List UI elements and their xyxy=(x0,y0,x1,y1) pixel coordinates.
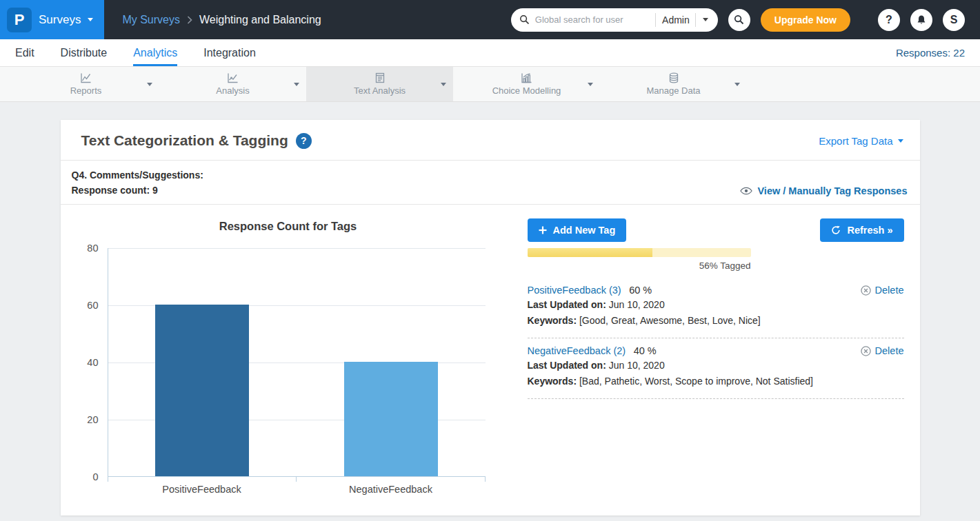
choice-modelling-icon xyxy=(521,72,532,83)
product-label: Surveys xyxy=(39,13,81,27)
search-input[interactable] xyxy=(535,14,649,25)
reports-icon xyxy=(80,72,92,83)
tag-keywords-label: Keywords: xyxy=(528,315,577,326)
y-tick: 20 xyxy=(78,414,99,425)
tagged-progress-fill xyxy=(528,248,652,257)
category-label: NegativeFeedback xyxy=(297,484,486,495)
tag-item: NegativeFeedback (2) 40 % Last Updated o… xyxy=(528,338,904,399)
tag-chart: Response Count for Tags 80 60 40 20 0 xyxy=(69,214,508,495)
tab-reports[interactable]: Reports xyxy=(12,67,159,101)
topbar-actions: Admin Upgrade Now ? xyxy=(511,8,980,32)
tag-updated-value: Jun 10, 2020 xyxy=(609,360,665,371)
tab-choice-modelling[interactable]: Choice Modelling xyxy=(453,67,600,101)
y-axis xyxy=(108,248,108,477)
chart-bar[interactable] xyxy=(344,362,438,476)
chevron-down-icon[interactable] xyxy=(588,83,593,86)
search-scope-dropdown[interactable] xyxy=(695,13,710,27)
view-manually-tag-link[interactable]: View / Manually Tag Responses xyxy=(740,185,907,198)
chart-bar[interactable] xyxy=(155,305,249,476)
tagged-caption: 56% Tagged xyxy=(528,260,751,271)
chevron-down-icon xyxy=(703,18,708,21)
breadcrumb: My Surveys Weighting and Balancing xyxy=(122,14,321,26)
tag-updated-value: Jun 10, 2020 xyxy=(609,299,665,310)
analytics-toolbar: Reports Analysis Text Analysis xyxy=(0,67,980,102)
logo-letter: P xyxy=(14,11,25,29)
global-search: Admin xyxy=(511,8,718,32)
eye-icon xyxy=(740,187,752,195)
help-button[interactable]: ? xyxy=(878,9,900,31)
search-button[interactable] xyxy=(728,9,750,31)
refresh-icon xyxy=(831,225,841,235)
refresh-button[interactable]: Refresh » xyxy=(820,218,903,242)
chevron-down-icon[interactable] xyxy=(734,83,740,86)
page: P Surveys My Surveys Weighting and Balan… xyxy=(0,0,980,521)
bell-icon xyxy=(916,14,927,25)
tagged-progress xyxy=(528,248,751,257)
tag-name-link[interactable]: PositiveFeedback (3) xyxy=(528,285,621,296)
panel-actions: Add New Tag Refresh » xyxy=(528,218,904,242)
question-row: Q4. Comments/Suggestions: Response count… xyxy=(61,161,920,204)
tag-name-link[interactable]: NegativeFeedback (2) xyxy=(528,345,626,356)
tab-label: Analysis xyxy=(216,85,249,96)
delete-label: Delete xyxy=(875,285,904,296)
y-tick: 60 xyxy=(78,300,99,311)
breadcrumb-my-surveys[interactable]: My Surveys xyxy=(122,14,180,26)
card-body: Response Count for Tags 80 60 40 20 0 xyxy=(61,205,920,515)
chevron-down-icon[interactable] xyxy=(294,83,299,86)
tab-text-analysis[interactable]: Text Analysis xyxy=(306,67,453,101)
survey-nav: Edit Distribute Analytics Integration Re… xyxy=(0,39,980,67)
tag-item: PositiveFeedback (3) 60 % Last Updated o… xyxy=(528,278,904,338)
tag-keywords-value: [Good, Great, Awesome, Best, Love, Nice] xyxy=(579,315,761,326)
delete-tag-link[interactable]: Delete xyxy=(861,285,904,296)
nav-analytics[interactable]: Analytics xyxy=(133,39,177,66)
text-analysis-icon xyxy=(374,72,386,83)
tab-label: Text Analysis xyxy=(354,85,406,96)
questionpro-logo: P xyxy=(7,8,32,32)
y-tick: 40 xyxy=(78,357,99,368)
responses-count: Responses: 22 xyxy=(896,39,965,66)
avatar-letter: S xyxy=(950,14,958,26)
chevron-down-icon xyxy=(898,139,903,143)
chart-plot: 80 60 40 20 0 xyxy=(108,248,486,477)
manage-data-icon xyxy=(668,72,679,83)
gridline xyxy=(108,248,486,249)
question-mark-icon: ? xyxy=(886,14,892,26)
tag-percent: 60 % xyxy=(629,285,652,296)
topbar: P Surveys My Surveys Weighting and Balan… xyxy=(0,0,980,39)
upgrade-button[interactable]: Upgrade Now xyxy=(761,8,850,32)
breadcrumb-current: Weighting and Balancing xyxy=(199,14,321,26)
question-info: Q4. Comments/Suggestions: Response count… xyxy=(72,167,203,198)
export-tag-data-link[interactable]: Export Tag Data xyxy=(819,135,903,147)
view-manually-tag-label: View / Manually Tag Responses xyxy=(757,185,907,196)
tag-percent: 40 % xyxy=(634,345,657,356)
tab-manage-data[interactable]: Manage Data xyxy=(600,67,747,101)
help-icon[interactable]: ? xyxy=(296,133,312,149)
notifications-button[interactable] xyxy=(910,9,932,31)
add-new-tag-button[interactable]: Add New Tag xyxy=(528,218,627,242)
chevron-down-icon[interactable] xyxy=(441,83,446,86)
tab-analysis[interactable]: Analysis xyxy=(159,67,306,101)
surveys-menu[interactable]: P Surveys xyxy=(0,0,104,39)
nav-distribute[interactable]: Distribute xyxy=(61,39,108,66)
question-label: Q4. Comments/Suggestions: xyxy=(72,167,203,183)
chevron-down-icon[interactable] xyxy=(147,83,152,86)
nav-integration[interactable]: Integration xyxy=(203,39,256,66)
avatar[interactable]: S xyxy=(943,9,965,31)
search-icon xyxy=(519,14,530,25)
nav-edit[interactable]: Edit xyxy=(15,39,34,66)
search-scope[interactable]: Admin xyxy=(662,14,690,25)
tag-keywords-value: [Bad, Pathetic, Worst, Scope to improve,… xyxy=(579,376,813,387)
tag-updated-label: Last Updated on: xyxy=(528,299,606,310)
search-icon xyxy=(734,14,744,25)
circle-x-icon xyxy=(861,285,871,296)
chevron-right-icon xyxy=(187,16,192,24)
delete-tag-link[interactable]: Delete xyxy=(861,345,904,356)
category-label: PositiveFeedback xyxy=(108,484,297,495)
tab-label: Manage Data xyxy=(646,85,700,96)
chevron-down-icon xyxy=(88,18,93,21)
chart-title: Response Count for Tags xyxy=(69,220,508,233)
tags-panel: Add New Tag Refresh » 56% xyxy=(508,214,904,495)
main-content: Text Categorization & Tagging ? Export T… xyxy=(0,102,980,521)
x-tick xyxy=(296,477,297,482)
y-tick: 0 xyxy=(78,471,99,482)
